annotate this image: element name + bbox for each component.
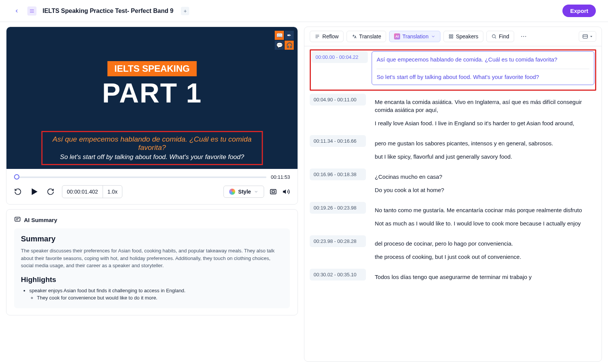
segment-text-translated: del proceso de cocinar, pero lo hago por… — [375, 240, 591, 247]
segment-body[interactable]: ¿Cocinas mucho en casa?Do you cook a lot… — [370, 169, 596, 198]
video-preview[interactable]: 📖 ✒ 💬 🎧 IELTS SPEAKING PART 1 Así que em… — [6, 27, 298, 169]
translate-icon — [352, 34, 357, 39]
summary-panel: AI Summary Summary The speaker discusses… — [6, 209, 298, 315]
segment-timestamp[interactable]: 00:19.26 - 00:23.98 — [310, 202, 366, 214]
transcript-panel: Reflow Translate AI Translation Speakers… — [304, 27, 602, 362]
segment-text-translated: ¿Cocinas mucho en casa? — [375, 173, 591, 181]
video-duration: 00:11:53 — [271, 174, 290, 180]
summary-header: AI Summary — [14, 216, 290, 223]
segment-body[interactable]: No tanto como me gustaría. Me encantaría… — [370, 202, 596, 232]
segment-body[interactable]: Todos los días tengo que asegurarme de t… — [370, 269, 596, 290]
search-icon — [491, 34, 497, 39]
svg-rect-13 — [451, 37, 453, 38]
caption-translated: Así que empecemos hablando de comida. ¿C… — [47, 135, 257, 152]
ai-icon: AI — [394, 33, 400, 39]
summary-body: Summary The speaker discusses their pref… — [14, 228, 290, 308]
svg-point-17 — [523, 36, 524, 37]
transcript-segment[interactable]: 00:11.34 - 00:16.66pero me gustan los sa… — [310, 135, 596, 165]
color-wheel-icon — [229, 189, 235, 195]
transcript-segment[interactable]: 00:19.26 - 00:23.98No tanto como me gust… — [310, 202, 596, 232]
segment-text-translated: No tanto como me gustaría. Me encantaría… — [375, 206, 591, 214]
video-title-overlay: IELTS SPEAKING PART 1 — [102, 61, 202, 107]
play-button[interactable] — [29, 187, 39, 197]
svg-rect-1 — [271, 189, 276, 194]
forward-button[interactable] — [47, 188, 54, 195]
svg-marker-0 — [32, 188, 38, 195]
segment-timestamp[interactable]: 00:16.96 - 00:18.38 — [310, 169, 366, 180]
back-button[interactable] — [12, 6, 21, 16]
doc-icon — [27, 6, 36, 16]
find-button[interactable]: Find — [486, 31, 514, 42]
chat-icon: 💬 — [275, 41, 284, 50]
svg-point-16 — [521, 36, 522, 37]
transcript-segment[interactable]: 00:30.02 - 00:35.10Todos los días tengo … — [310, 269, 596, 290]
add-tab-button[interactable]: + — [181, 7, 189, 15]
more-button[interactable] — [517, 31, 530, 42]
volume-button[interactable] — [282, 188, 290, 195]
fullscreen-button[interactable] — [269, 188, 277, 195]
timeline-scrubber[interactable] — [14, 176, 266, 178]
svg-rect-12 — [449, 37, 451, 38]
segment-text-translated: Me encanta la comida asiática. Vivo en I… — [375, 98, 591, 114]
segment-text-translated: Todos los días tengo que asegurarme de t… — [375, 273, 591, 281]
segment-body[interactable]: pero me gustan los sabores picantes, int… — [370, 135, 596, 165]
reflow-icon — [315, 34, 320, 39]
translation-button[interactable]: AI Translation — [389, 31, 440, 42]
segment-text-translated: Así que empecemos hablando de comida. ¿C… — [377, 55, 589, 63]
app-header: IELTS Speaking Practice Test- Perfect Ba… — [0, 0, 608, 22]
headphones-icon: 🎧 — [285, 41, 294, 50]
segment-timestamp[interactable]: 00:30.02 - 00:35.10 — [310, 269, 366, 280]
segment-body[interactable]: del proceso de cocinar, pero lo hago por… — [370, 235, 596, 265]
caret-down-icon — [590, 35, 593, 38]
highlight-subitem: They cook for convenience but would like… — [37, 295, 283, 301]
document-title: IELTS Speaking Practice Test- Perfect Ba… — [43, 8, 173, 14]
svg-line-15 — [495, 37, 496, 38]
svg-marker-21 — [590, 36, 592, 37]
svg-rect-4 — [15, 217, 20, 221]
svg-rect-10 — [449, 35, 451, 36]
svg-rect-11 — [451, 35, 453, 36]
left-column: 📖 ✒ 💬 🎧 IELTS SPEAKING PART 1 Así que em… — [6, 27, 298, 362]
segment-timestamp[interactable]: 00:11.34 - 00:16.66 — [310, 135, 366, 147]
header-left: IELTS Speaking Practice Test- Perfect Ba… — [12, 6, 189, 16]
segment-timestamp[interactable]: 00:23.98 - 00:28.28 — [310, 235, 366, 247]
selected-segment-highlight: 00:00.00 - 00:04.22Así que empecemos hab… — [310, 49, 596, 91]
layout-icon — [582, 33, 588, 39]
export-button[interactable]: Export — [562, 5, 596, 17]
speakers-button[interactable]: Speakers — [443, 31, 483, 42]
caption-original: So let's start off by talking about food… — [47, 153, 257, 161]
svg-point-14 — [492, 35, 495, 38]
transcript-segment[interactable]: 00:23.98 - 00:28.28del proceso de cocina… — [310, 235, 596, 265]
transcript-segment[interactable]: 00:16.96 - 00:18.38¿Cocinas mucho en cas… — [310, 169, 596, 198]
svg-point-18 — [525, 36, 526, 37]
segment-timestamp[interactable]: 00:00.00 - 00:04.22 — [312, 51, 368, 63]
segment-body[interactable]: Así que empecemos hablando de comida. ¿C… — [372, 51, 594, 85]
summary-heading: Summary — [21, 235, 283, 243]
playback-speed[interactable]: 1.0x — [103, 186, 122, 198]
segment-timestamp[interactable]: 00:04.90 - 00:11.00 — [310, 94, 366, 106]
video-panel: 📖 ✒ 💬 🎧 IELTS SPEAKING PART 1 Así que em… — [6, 27, 298, 205]
segment-body[interactable]: Me encanta la comida asiática. Vivo en I… — [370, 94, 596, 131]
view-toggle[interactable] — [579, 31, 596, 42]
book-icon: 📖 — [275, 31, 284, 40]
svg-rect-2 — [272, 191, 275, 193]
transcript-segment[interactable]: 00:00.00 - 00:04.22Así que empecemos hab… — [312, 51, 594, 85]
translate-button[interactable]: Translate — [347, 31, 386, 42]
playhead[interactable] — [14, 174, 19, 180]
rewind-button[interactable] — [14, 188, 22, 195]
segment-text-original: So let's start off by talking about food… — [377, 73, 589, 81]
summary-section-title: AI Summary — [24, 217, 57, 223]
transcript-list[interactable]: 00:00.00 - 00:04.22Así que empecemos hab… — [304, 46, 602, 361]
summary-text: The speaker discusses their preferences … — [21, 247, 283, 269]
segment-text-original: Not as much as I would like to. I would … — [375, 219, 591, 227]
controls-left: 00:00:01.402 1.0x — [14, 185, 122, 198]
current-time[interactable]: 00:00:01.402 — [62, 186, 103, 198]
transcript-segment[interactable]: 00:04.90 - 00:11.00Me encanta la comida … — [310, 94, 596, 131]
chevron-down-icon — [431, 34, 435, 39]
timeline-row: 00:11:53 — [6, 169, 298, 185]
reflow-button[interactable]: Reflow — [310, 31, 344, 42]
style-button[interactable]: Style — [223, 186, 264, 198]
caption-overlay: Así que empecemos hablando de comida. ¿C… — [41, 131, 263, 165]
video-badge: IELTS SPEAKING — [108, 61, 196, 76]
segment-text-translated: pero me gustan los sabores picantes, int… — [375, 139, 591, 147]
